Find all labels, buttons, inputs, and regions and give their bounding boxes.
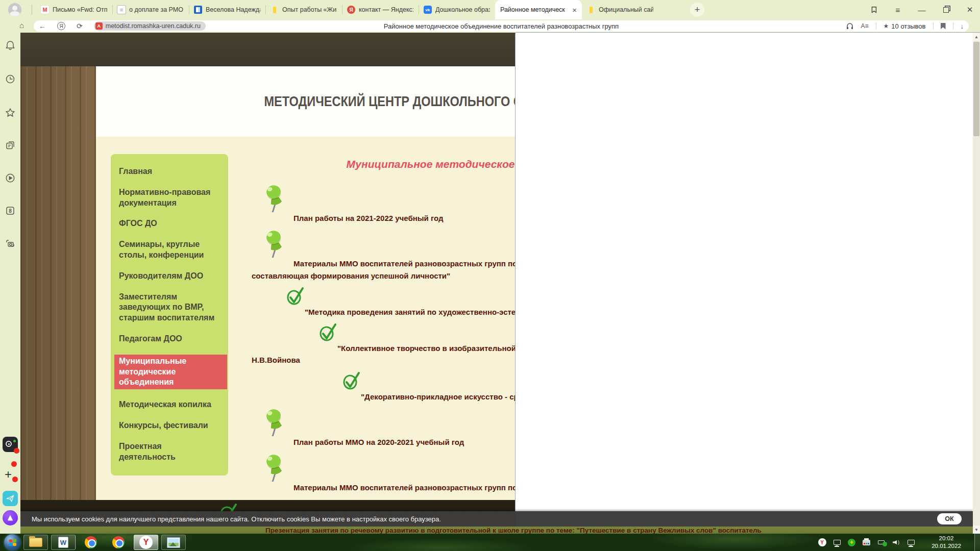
browser-toolbar: ⌂ ← Я ⟳ A metodist.romashka-uren.caduk.r…: [0, 19, 980, 33]
profile-avatar[interactable]: [8, 3, 21, 16]
tray-usb-icon[interactable]: [877, 538, 886, 547]
menu-item-label: Конкурсы, фестивали: [119, 421, 208, 430]
cookie-ok-button[interactable]: ОК: [937, 513, 962, 524]
taskbar-chrome[interactable]: [79, 535, 103, 550]
address-bar[interactable]: ← Я ⟳ A metodist.romashka-uren.caduk.ru …: [34, 20, 969, 32]
restore-button[interactable]: [941, 5, 951, 15]
show-desktop-button[interactable]: [974, 534, 980, 551]
sidebar-menu-item[interactable]: Заместителям заведующих по ВМР, старшим …: [119, 292, 220, 323]
taskbar-photo-viewer[interactable]: [161, 535, 186, 550]
close-button[interactable]: ✕: [965, 5, 975, 15]
scrollbar-thumb[interactable]: [973, 42, 979, 136]
collections-icon[interactable]: [5, 140, 16, 151]
messenger-camera-tile-icon[interactable]: [3, 437, 18, 452]
menu-item-label: Методическая копилка: [119, 400, 211, 409]
page-scrollbar[interactable]: ▲ ▼: [973, 33, 980, 534]
photo-viewer-icon: [167, 538, 180, 547]
sidebar-menu-item[interactable]: Нормативно-правовая документация: [119, 187, 220, 209]
browser-tab[interactable]: Опыт работы «Живопись ×: [265, 0, 342, 19]
url-pill[interactable]: A metodist.romashka-uren.caduk.ru: [94, 21, 206, 31]
tab-strip: Письмо «Fwd: Отправка: × о доплате за РМ…: [36, 0, 658, 19]
browser-tab[interactable]: Официальный сайт ООО ×: [582, 0, 658, 19]
bookmarks-panel-icon[interactable]: [869, 5, 879, 15]
sidebar-menu-item[interactable]: Муниципальные методические объединения: [114, 355, 227, 389]
video-play-icon[interactable]: [5, 172, 16, 184]
home-icon[interactable]: ⌂: [19, 21, 24, 30]
tab-title: контакт — Яндекс: нашл: [359, 6, 413, 13]
start-button[interactable]: [4, 534, 20, 550]
divider: [953, 22, 953, 30]
yandex-browser-icon: Y: [139, 536, 153, 549]
taskbar-file-explorer[interactable]: [23, 535, 48, 550]
new-tab-button[interactable]: +: [690, 3, 704, 17]
tray-volume-icon[interactable]: ): [892, 538, 900, 547]
keypad-8-icon[interactable]: 8: [5, 205, 16, 216]
reload-icon[interactable]: ⟳: [77, 22, 83, 30]
tray-printer-icon[interactable]: [862, 538, 871, 547]
browser-tab[interactable]: Районное методическ ×: [495, 0, 582, 19]
download-icon[interactable]: ↓: [961, 22, 964, 30]
menu-item-label: Муниципальные методические объединения: [119, 357, 186, 387]
browser-tab-bar: Письмо «Fwd: Отправка: × о доплате за РМ…: [0, 0, 980, 19]
divider: [933, 22, 934, 30]
taskbar-clock[interactable]: 20:02 20.01.2022: [926, 535, 966, 550]
sidebar-menu-item[interactable]: Методическая копилка: [119, 399, 220, 410]
taskbar-chrome-2[interactable]: [106, 535, 131, 550]
sidebar-menu-item[interactable]: Семинары, круглые столы, конференции: [119, 239, 220, 261]
browser-tab[interactable]: о доплате за РМО 2020-2 ×: [112, 0, 189, 19]
telegram-icon[interactable]: [3, 491, 18, 506]
menu-item-label: Нормативно-правовая документация: [119, 188, 210, 207]
sidebar-menu-item[interactable]: Педагогам ДОО: [119, 334, 220, 344]
history-clock-icon[interactable]: [5, 73, 16, 85]
pushpin-icon: [263, 407, 286, 438]
browser-tab[interactable]: Письмо «Fwd: Отправка: ×: [36, 0, 112, 19]
taskbar-ms-word[interactable]: W: [51, 535, 76, 550]
screenshot-camera-icon[interactable]: [5, 238, 16, 249]
alice-assistant-icon[interactable]: [3, 510, 18, 525]
notification-badge: [14, 448, 19, 454]
browser-tab[interactable]: контакт — Яндекс: нашл ×: [342, 0, 419, 19]
taskbar-yandex-browser[interactable]: Y: [134, 535, 158, 550]
reader-mode-icon[interactable]: A≡: [861, 22, 869, 30]
browser-tab[interactable]: Дошкольное образован ×: [419, 0, 495, 19]
yandex-tableau-icon[interactable]: Я: [57, 22, 65, 30]
menu-item-label: ФГОС ДО: [119, 219, 157, 228]
chrome-icon: [85, 536, 97, 548]
headphones-icon[interactable]: [846, 22, 854, 30]
checkmark-icon: [285, 285, 306, 308]
tab-title: Опыт работы «Живопись: [282, 6, 337, 13]
tray-display-icon[interactable]: [832, 538, 841, 547]
sidebar-menu-item[interactable]: Руководителям ДОО: [119, 271, 220, 282]
content-link[interactable]: Презентация занятия по речевому развитию…: [265, 527, 973, 534]
windows-taskbar: W Y Y + ) 20:02 20.01.2022: [0, 534, 980, 551]
system-tray: Y + ) 20:02 20.01.2022: [818, 534, 980, 551]
tray-yandex-icon[interactable]: Y: [818, 538, 826, 547]
sidebar-menu-item[interactable]: Конкурсы, фестивали: [119, 420, 220, 431]
back-icon[interactable]: ←: [39, 22, 46, 30]
divider: [32, 5, 32, 15]
scroll-up-button[interactable]: ▲: [973, 33, 980, 41]
protect-warning-icon[interactable]: A: [95, 22, 103, 30]
minimize-button[interactable]: —: [917, 5, 927, 15]
word-icon: W: [58, 537, 68, 548]
tab-close-icon[interactable]: ×: [572, 6, 577, 14]
svg-text:8: 8: [9, 208, 12, 214]
sidebar-menu-item[interactable]: Главная: [119, 166, 220, 177]
add-panel-icon[interactable]: +: [5, 469, 12, 480]
tray-network-icon[interactable]: [906, 538, 915, 547]
tray-antivirus-icon[interactable]: +: [847, 538, 856, 547]
browser-tab[interactable]: Веселова Надежда Григо ×: [189, 0, 265, 19]
pushpin-icon: [263, 183, 286, 214]
window-controls: ≡ — ✕: [869, 0, 975, 19]
page-title: Районное методическое объединение воспит…: [384, 22, 619, 30]
sidebar-menu-item[interactable]: ФГОС ДО: [119, 218, 220, 229]
notification-dot: [11, 461, 17, 467]
bookmark-flag-icon[interactable]: [941, 23, 946, 30]
notifications-bell-icon[interactable]: [5, 40, 16, 51]
partially-hidden-content-row: Презентация занятия по речевому развитию…: [20, 527, 973, 534]
reviews-badge[interactable]: ★ 10 отзывов: [884, 22, 926, 30]
browser-menu-icon[interactable]: ≡: [893, 5, 903, 15]
bookmarks-star-icon[interactable]: [5, 107, 16, 118]
scroll-down-button[interactable]: ▼: [973, 525, 980, 534]
sidebar-menu-item[interactable]: Проектная деятельность: [119, 441, 220, 463]
